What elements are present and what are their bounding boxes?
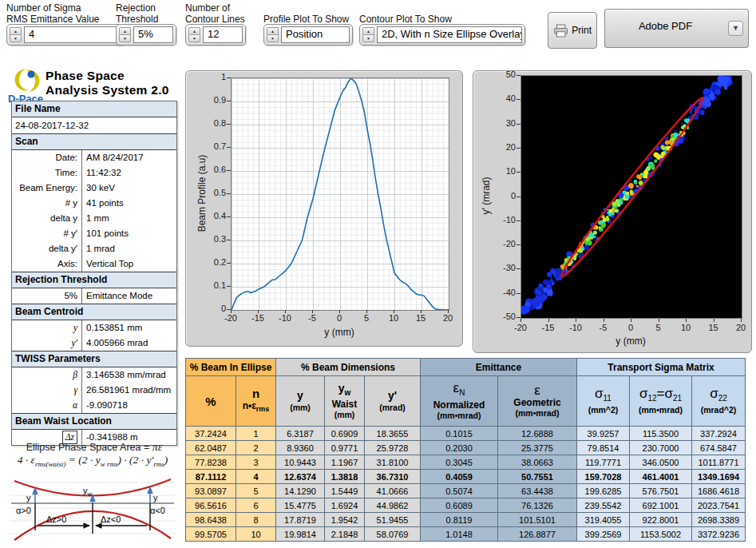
beam-profile-plot-area <box>231 77 449 311</box>
rejection-spinner[interactable]: ▲ ▼ 5% <box>116 24 176 46</box>
column-subtitle: Normalized <box>421 399 497 411</box>
sidebar-row-value: Vertical Top <box>82 256 176 272</box>
table-cell: 0.2030 <box>421 441 498 455</box>
table-cell: 6.3187 <box>276 427 325 441</box>
sidebar-row-label: # y <box>12 196 82 211</box>
sidebar-row-label: Axis: <box>12 256 82 272</box>
table-group-header: Emittance <box>421 359 577 376</box>
sidebar-row-label-text: # y <box>65 198 77 208</box>
table-cell: 399.2569 <box>577 527 630 542</box>
table-cell: 98.6438 <box>186 513 236 527</box>
phase-space-plot-area <box>520 75 742 319</box>
sidebar-value-row: 24-08-2017-12-32 <box>12 117 176 133</box>
adobe-pdf-button[interactable]: Adobe PDF ▼ <box>604 9 749 48</box>
table-cell: 230.7000 <box>630 441 692 455</box>
sidebar-row: α-9.090718 <box>12 398 176 413</box>
y-tick-mark <box>227 216 231 217</box>
contour-lines-spinner[interactable]: ▲ ▼ 12 <box>185 24 246 46</box>
y-tick-mark <box>517 317 520 318</box>
increment-icon[interactable]: ▲ <box>267 27 279 34</box>
increment-icon[interactable]: ▲ <box>10 27 22 34</box>
dropdown-arrow-icon[interactable]: ▼ <box>728 21 743 36</box>
decrement-icon[interactable]: ▼ <box>188 34 200 42</box>
x-tick-label: 15 <box>408 313 433 323</box>
sidebar-row-label: y' <box>12 336 82 351</box>
x-tick-mark <box>448 310 449 313</box>
table-cell: 1349.1694 <box>692 470 746 484</box>
phase-space-analysis-window: Number of Sigma RMS Emittance Value ▲ ▼ … <box>0 0 756 548</box>
printer-icon <box>553 23 568 38</box>
table-cell: 18.3655 <box>365 427 421 441</box>
y-tick-mark <box>227 170 231 171</box>
sidebar-row: y0.153851 mm <box>12 320 176 336</box>
table-cell: 0.8119 <box>421 513 498 527</box>
x-tick-mark <box>686 319 687 322</box>
x-tick-mark <box>741 319 742 322</box>
table-cell: 337.2924 <box>692 427 746 441</box>
rejection-value[interactable]: 5% <box>133 26 173 43</box>
table-cell: 126.8877 <box>498 527 577 542</box>
sidebar-row-value: AM 8/24/2017 <box>82 150 176 165</box>
decrement-icon[interactable]: ▼ <box>10 34 22 42</box>
sidebar-section-header: Beam Waist Location <box>12 413 176 430</box>
y-label-left: y <box>26 493 31 502</box>
x-tick-label: -10 <box>272 313 298 323</box>
y-tick-mark <box>227 263 231 264</box>
sidebar-row-label-text: delta y' <box>49 244 77 253</box>
sigma-value[interactable]: 4 <box>24 26 121 43</box>
table-row: 93.0897514.12901.544941.06660.507463.443… <box>186 484 746 498</box>
decrement-icon[interactable]: ▼ <box>362 34 374 42</box>
table-cell: 101.5101 <box>498 513 577 527</box>
sidebar-row-value: 26.581961 mrad/mm <box>82 383 176 398</box>
profile-plot-value[interactable]: Position <box>281 26 350 43</box>
table-column-header: σ11(mm^2) <box>577 376 630 427</box>
sidebar-row-label-text: γ <box>73 385 77 395</box>
table-cell: 79.8514 <box>577 441 630 455</box>
rejection-spinner-buttons[interactable]: ▲ ▼ <box>119 27 131 42</box>
sidebar-row-label: Date: <box>12 150 82 165</box>
table-cell: 0.6909 <box>325 427 365 441</box>
contour-plot-value[interactable]: 2D, With n Size Ellipse Overlay <box>377 26 522 43</box>
print-button[interactable]: Print <box>548 12 597 49</box>
table-cell: 0.3045 <box>421 455 498 470</box>
contour-plot-selector[interactable]: ▲ ▼ 2D, With n Size Ellipse Overlay <box>359 24 525 46</box>
increment-icon[interactable]: ▲ <box>188 27 200 34</box>
x-tick-label: -20 <box>218 313 243 323</box>
ellipse-area-formula: Ellipse Phase Space Area = πε <box>6 441 182 454</box>
table-cell: 674.5847 <box>692 441 746 455</box>
contour-lines-value[interactable]: 12 <box>203 26 243 43</box>
y-tick-mark <box>227 124 231 125</box>
y-tick-label: 0 <box>484 191 516 201</box>
x-tick-mark <box>258 310 259 313</box>
x-tick-mark <box>714 319 714 322</box>
sidebar-row-label: α <box>12 398 82 413</box>
table-cell: 2698.3389 <box>692 513 746 527</box>
contour-lines-spinner-buttons[interactable]: ▲ ▼ <box>188 27 200 42</box>
sigma-spinner-buttons[interactable]: ▲ ▼ <box>10 27 22 42</box>
y-tick-mark <box>517 197 520 197</box>
table-cell: 1686.4618 <box>692 484 746 498</box>
sigma-spinner[interactable]: ▲ ▼ 4 <box>6 24 125 46</box>
contour-plot-label-text: Contour Plot To Show <box>359 14 452 25</box>
decrement-icon[interactable]: ▼ <box>267 34 279 42</box>
profile-plot-selector-buttons[interactable]: ▲ ▼ <box>267 27 279 42</box>
decrement-icon[interactable]: ▼ <box>119 34 131 42</box>
table-cell: 576.7501 <box>630 484 692 498</box>
table-cell: 25.9728 <box>365 441 421 455</box>
beam-profile-curve <box>232 78 449 310</box>
increment-icon[interactable]: ▲ <box>362 27 374 34</box>
x-tick-label: 5 <box>354 313 379 323</box>
rejection-label-line1: Rejection <box>116 2 158 14</box>
sidebar-row-value: 101 points <box>82 226 176 241</box>
envelope-upper-curve <box>14 479 171 496</box>
increment-icon[interactable]: ▲ <box>119 27 131 34</box>
sidebar-row-value: Emittance Mode <box>82 288 176 304</box>
y-tick-label: 0.7 <box>196 141 226 151</box>
sidebar-row-label-text: 5% <box>64 291 77 300</box>
print-button-label: Print <box>572 25 592 36</box>
contour-plot-selector-buttons[interactable]: ▲ ▼ <box>362 27 374 42</box>
phase-space-contour-image <box>521 76 742 318</box>
profile-plot-selector[interactable]: ▲ ▼ Position <box>263 24 353 46</box>
column-unit: (mrad) <box>365 403 420 413</box>
column-symbol: % <box>186 395 236 408</box>
